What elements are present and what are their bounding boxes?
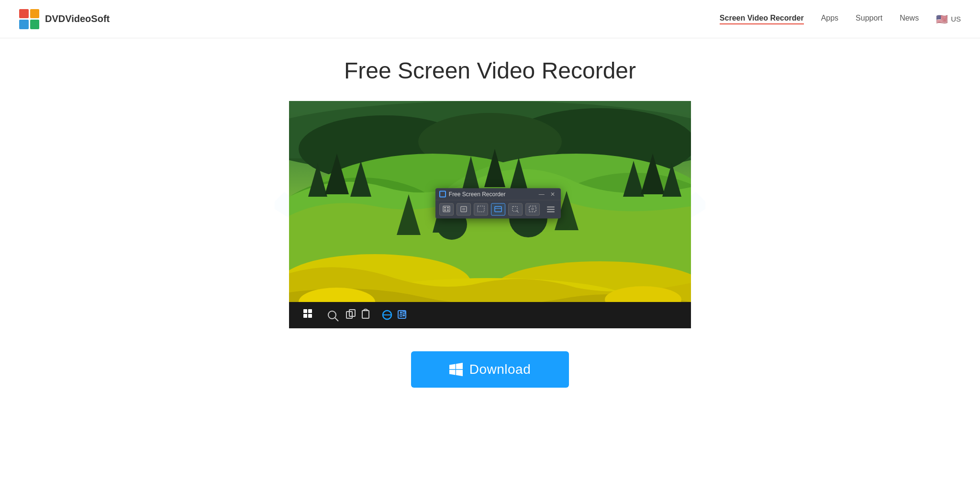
logo-sq-orange — [30, 9, 40, 19]
svg-rect-63 — [444, 209, 446, 211]
logo-sq-red — [19, 9, 29, 19]
screenshot-custom-btn[interactable] — [525, 203, 540, 215]
svg-rect-44 — [303, 309, 307, 313]
svg-rect-56 — [400, 312, 402, 313]
nav-news[interactable]: News — [900, 14, 919, 24]
recorder-close-btn[interactable]: ✕ — [548, 190, 557, 197]
recorder-minimize-btn[interactable]: — — [537, 190, 546, 197]
svg-rect-46 — [303, 314, 307, 318]
page-title: Free Screen Video Recorder — [344, 57, 636, 84]
recorder-window-controls: — ✕ — [537, 190, 557, 197]
windows-icon — [449, 363, 463, 376]
svg-rect-60 — [443, 206, 450, 212]
flag-icon: 🇺🇸 — [936, 13, 948, 25]
svg-rect-64 — [447, 209, 449, 211]
recorder-toolbar: Free Screen Recorder — ✕ — [435, 188, 561, 218]
download-label: Download — [469, 362, 531, 377]
nav-screen-video-recorder[interactable]: Screen Video Recorder — [720, 14, 804, 24]
nav-apps[interactable]: Apps — [821, 14, 838, 24]
screenshot-region-btn[interactable] — [508, 203, 523, 215]
svg-rect-45 — [308, 309, 312, 313]
record-fullscreen-btn[interactable] — [439, 203, 454, 215]
recorder-menu-btn[interactable] — [545, 203, 557, 215]
svg-rect-72 — [529, 206, 536, 212]
logo-icon — [19, 9, 39, 29]
recorder-app-icon — [439, 190, 446, 197]
svg-rect-68 — [495, 206, 501, 212]
site-header: DVDVideoSoft Screen Video Recorder Apps … — [0, 0, 980, 38]
logo-text: DVDVideoSoft — [45, 13, 110, 24]
screenshot-full-btn[interactable] — [491, 203, 505, 215]
record-fixed-region-btn[interactable] — [457, 203, 471, 215]
svg-rect-66 — [462, 208, 465, 210]
recorder-title-text: Free Screen Recorder — [449, 190, 506, 197]
recorder-title-left: Free Screen Recorder — [439, 190, 506, 197]
locale-label: US — [951, 15, 961, 23]
main-content: Free Screen Video Recorder — [0, 38, 980, 416]
hero-area: Free Screen Recorder — ✕ — [10, 101, 970, 328]
recorder-body — [435, 200, 561, 218]
logo-sq-blue — [19, 20, 29, 29]
svg-rect-59 — [403, 314, 405, 316]
download-button[interactable]: Download — [411, 351, 569, 388]
app-screenshot-frame: Free Screen Recorder — ✕ — [289, 101, 691, 328]
svg-rect-67 — [478, 206, 484, 212]
svg-rect-61 — [444, 207, 446, 208]
main-nav: Screen Video Recorder Apps Support News … — [720, 13, 961, 25]
record-custom-region-btn[interactable] — [474, 203, 488, 215]
svg-point-73 — [532, 208, 534, 210]
nav-support[interactable]: Support — [856, 14, 882, 24]
recorder-titlebar: Free Screen Recorder — ✕ — [435, 188, 561, 200]
logo-sq-green — [30, 20, 40, 29]
logo-area: DVDVideoSoft — [19, 9, 110, 29]
svg-rect-47 — [308, 314, 312, 318]
locale-selector[interactable]: 🇺🇸 US — [936, 13, 961, 25]
svg-rect-62 — [447, 207, 449, 208]
